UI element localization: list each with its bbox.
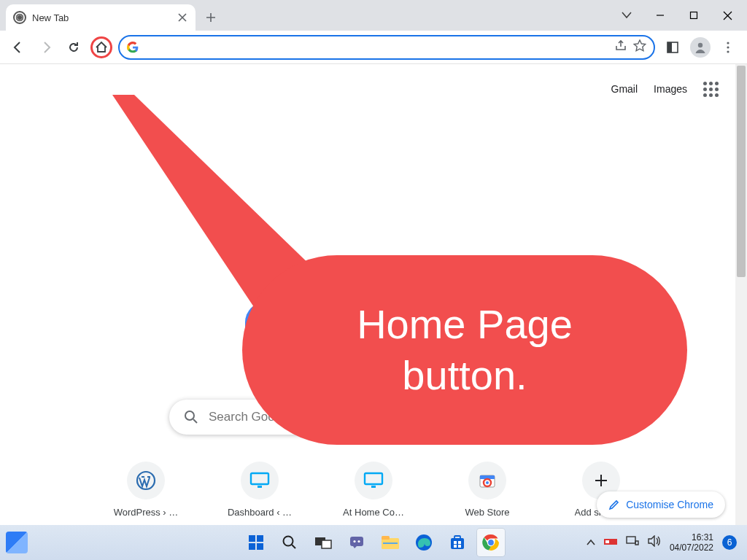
shortcut-athome[interactable]: At Home Co… xyxy=(337,462,410,518)
svg-rect-12 xyxy=(371,486,376,488)
maximize-icon[interactable] xyxy=(687,9,700,22)
shortcut-label: Dashboard ‹ … xyxy=(228,507,292,518)
browser-toolbar xyxy=(0,31,747,64)
volume-icon[interactable] xyxy=(648,535,661,550)
file-explorer-icon[interactable] xyxy=(376,529,404,556)
address-bar[interactable] xyxy=(118,35,655,60)
svg-point-27 xyxy=(357,540,360,542)
wordpress-icon xyxy=(136,470,156,491)
svg-rect-9 xyxy=(251,473,268,484)
svg-point-3 xyxy=(698,42,703,47)
shortcut-row: WordPress › … Dashboard ‹ … At Home Co… … xyxy=(109,462,638,518)
tray-chevron-icon[interactable] xyxy=(587,536,595,549)
address-input[interactable] xyxy=(144,42,608,53)
kebab-menu-icon[interactable] xyxy=(716,36,740,59)
tab-search-icon[interactable] xyxy=(620,9,633,22)
close-tab-icon[interactable] xyxy=(177,12,188,23)
svg-point-26 xyxy=(353,540,355,542)
svg-rect-42 xyxy=(605,540,609,543)
shortcut-dashboard[interactable]: Dashboard ‹ … xyxy=(223,462,296,518)
profile-avatar[interactable] xyxy=(690,37,711,58)
network-icon[interactable] xyxy=(626,535,639,550)
svg-rect-10 xyxy=(258,486,262,488)
start-button[interactable] xyxy=(242,529,270,556)
minimize-icon[interactable] xyxy=(654,9,667,22)
svg-rect-0 xyxy=(691,12,697,19)
new-tab-button[interactable] xyxy=(200,7,222,28)
svg-rect-25 xyxy=(350,537,363,546)
svg-rect-37 xyxy=(458,545,461,548)
monitor-icon xyxy=(363,472,384,489)
edge-icon[interactable] xyxy=(410,529,438,556)
svg-rect-19 xyxy=(257,535,263,542)
customise-label: Customise Chrome xyxy=(626,499,713,510)
images-link[interactable]: Images xyxy=(654,83,687,95)
webstore-icon xyxy=(478,471,497,490)
shortcut-label: WordPress › … xyxy=(114,507,179,518)
svg-point-4 xyxy=(727,42,729,44)
shortcut-label: At Home Co… xyxy=(343,507,404,518)
svg-rect-2 xyxy=(667,42,672,52)
window-titlebar: New Tab xyxy=(0,0,747,31)
google-g-icon xyxy=(127,42,139,53)
svg-rect-35 xyxy=(458,541,461,544)
google-top-links: Gmail Images xyxy=(611,82,718,96)
clock-date: 04/07/2022 xyxy=(670,542,713,553)
store-icon[interactable] xyxy=(444,529,471,556)
shortcut-label: Web Store xyxy=(465,507,509,518)
google-search-box[interactable]: Search Google o xyxy=(169,400,578,435)
task-view-icon[interactable] xyxy=(309,529,337,556)
svg-rect-24 xyxy=(322,540,331,548)
svg-point-7 xyxy=(185,411,194,420)
customise-chrome-button[interactable]: Customise Chrome xyxy=(597,491,725,518)
chrome-taskbar-icon[interactable] xyxy=(477,529,505,556)
chat-icon[interactable] xyxy=(343,529,371,556)
svg-rect-21 xyxy=(257,543,263,550)
google-apps-icon[interactable] xyxy=(703,82,718,96)
shortcut-wordpress[interactable]: WordPress › … xyxy=(109,462,182,518)
notification-badge[interactable]: 6 xyxy=(722,535,737,550)
svg-rect-11 xyxy=(365,473,382,484)
gmail-link[interactable]: Gmail xyxy=(611,83,638,95)
svg-point-6 xyxy=(727,50,729,52)
shortcut-webstore[interactable]: Web Store xyxy=(451,462,524,518)
taskbar-search-icon[interactable] xyxy=(276,529,303,556)
new-tab-page: Gmail Images Search Google o WordPress ›… xyxy=(0,64,747,525)
svg-point-5 xyxy=(727,46,729,48)
system-clock[interactable]: 16:31 04/07/2022 xyxy=(670,532,713,553)
bookmark-star-icon[interactable] xyxy=(633,39,646,55)
clock-time: 16:31 xyxy=(670,532,713,542)
svg-rect-34 xyxy=(454,541,457,544)
svg-rect-33 xyxy=(454,536,460,540)
vertical-scrollbar[interactable] xyxy=(735,64,747,525)
share-icon[interactable] xyxy=(614,39,627,55)
back-button[interactable] xyxy=(7,36,29,58)
window-controls xyxy=(607,0,747,31)
pencil-icon xyxy=(608,499,620,510)
close-window-icon[interactable] xyxy=(721,9,734,22)
svg-rect-43 xyxy=(627,537,635,543)
annotation-text: Home Pagebutton. xyxy=(357,299,573,401)
side-panel-icon[interactable] xyxy=(661,36,684,59)
google-logo xyxy=(245,302,266,353)
reload-button[interactable] xyxy=(63,36,85,58)
chrome-icon xyxy=(13,11,26,24)
svg-point-22 xyxy=(284,537,293,546)
svg-point-16 xyxy=(486,481,489,484)
monitor-icon xyxy=(249,472,270,489)
forward-button[interactable] xyxy=(35,36,57,58)
svg-rect-30 xyxy=(383,542,398,544)
svg-rect-18 xyxy=(249,535,255,542)
svg-rect-29 xyxy=(382,536,390,540)
home-button[interactable] xyxy=(90,36,112,58)
search-icon xyxy=(184,410,198,424)
google-search-input[interactable]: Search Google o xyxy=(209,410,563,424)
plus-icon xyxy=(594,473,608,488)
tab-title: New Tab xyxy=(32,12,171,23)
tray-app-icon[interactable] xyxy=(604,536,617,549)
windows-taskbar: 16:31 04/07/2022 6 xyxy=(0,525,747,560)
browser-tab[interactable]: New Tab xyxy=(6,4,196,31)
svg-rect-20 xyxy=(249,543,255,550)
widgets-icon[interactable] xyxy=(6,532,28,553)
svg-marker-17 xyxy=(112,95,340,327)
